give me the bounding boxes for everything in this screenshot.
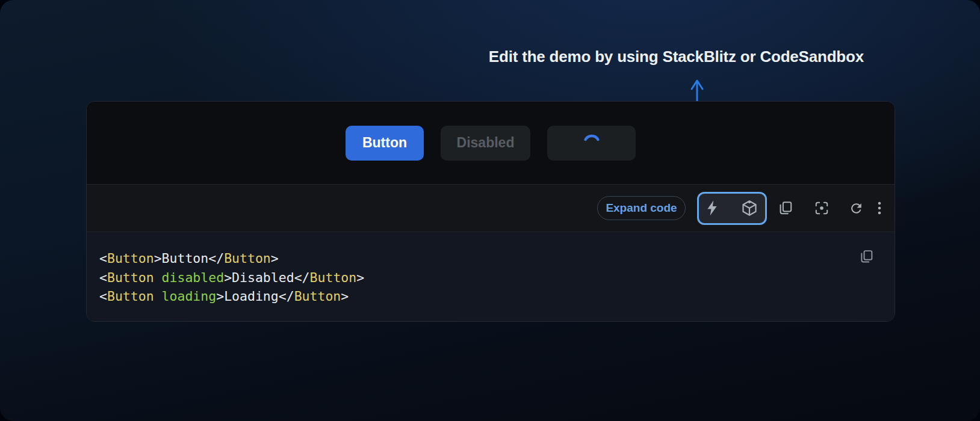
demo-button-disabled: Disabled: [441, 126, 530, 161]
demo-preview: Button Disabled: [87, 102, 895, 184]
loading-spinner-icon: [583, 134, 601, 152]
more-options-button[interactable]: [875, 200, 884, 216]
stackblitz-button[interactable]: [706, 200, 718, 216]
code-line: <Button>Button</Button>: [99, 249, 895, 268]
screenshot-stage: Edit the demo by using StackBlitz or Cod…: [0, 0, 980, 421]
copy-icon: [778, 200, 793, 216]
demo-button-primary[interactable]: Button: [346, 126, 424, 161]
kebab-menu-icon: [875, 200, 884, 216]
code-line: <Button disabled>Disabled</Button>: [99, 268, 895, 287]
stackblitz-icon: [706, 200, 718, 216]
reset-demo-button[interactable]: [849, 201, 864, 216]
demo-card: Button Disabled Expand code: [86, 101, 895, 322]
code-copy-button[interactable]: [859, 249, 874, 264]
code-lines: <Button>Button</Button><Button disabled>…: [99, 249, 895, 306]
copy-icon: [859, 249, 874, 264]
reset-focus-icon: [814, 200, 830, 216]
annotation-label: Edit the demo by using StackBlitz or Cod…: [489, 47, 864, 66]
codesandbox-button[interactable]: [741, 200, 758, 217]
codesandbox-icon: [741, 200, 758, 217]
refresh-icon: [849, 201, 864, 216]
code-pre: <Button>Button</Button><Button disabled>…: [99, 249, 895, 306]
demo-toolbar: Expand code: [87, 184, 895, 232]
reset-focus-button[interactable]: [814, 200, 830, 216]
code-block: <Button>Button</Button><Button disabled>…: [87, 232, 895, 322]
sandbox-button-group: [697, 192, 767, 225]
copy-code-button[interactable]: [778, 200, 793, 216]
demo-button-loading[interactable]: [547, 126, 636, 161]
expand-code-button[interactable]: Expand code: [597, 196, 686, 220]
page-background: Edit the demo by using StackBlitz or Cod…: [0, 0, 980, 421]
arrow-head: [692, 81, 702, 89]
code-line: <Button loading>Loading</Button>: [99, 287, 895, 306]
